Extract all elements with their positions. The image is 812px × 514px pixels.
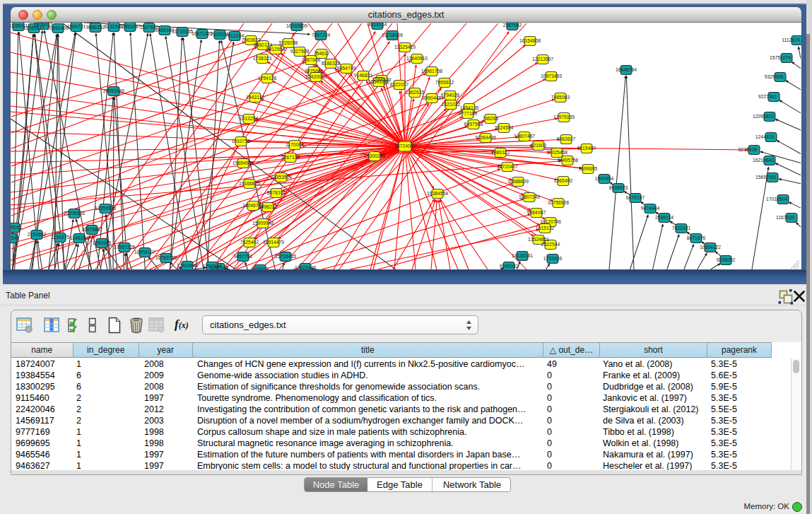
svg-text:19218906: 19218906 — [382, 33, 403, 37]
svg-text:1940954: 1940954 — [595, 176, 614, 181]
svg-text:754612: 754612 — [314, 51, 330, 56]
svg-text:5578312: 5578312 — [267, 190, 286, 195]
svg-text:8990448: 8990448 — [423, 95, 442, 100]
svg-text:9327508: 9327508 — [290, 49, 310, 54]
svg-text:16961758: 16961758 — [421, 69, 442, 74]
svg-text:19654985: 19654985 — [233, 160, 254, 165]
svg-text:17010504: 17010504 — [766, 197, 787, 201]
svg-text:9146821: 9146821 — [354, 73, 373, 78]
svg-text:3267130: 3267130 — [281, 155, 300, 160]
svg-text:8186328: 8186328 — [322, 61, 341, 66]
svg-text:20053346: 20053346 — [103, 88, 124, 93]
svg-text:8938923: 8938923 — [609, 185, 628, 190]
svg-text:1754126: 1754126 — [258, 76, 277, 81]
svg-text:17957225: 17957225 — [114, 245, 135, 250]
svg-text:2935114: 2935114 — [655, 215, 673, 220]
svg-text:10807487: 10807487 — [514, 134, 535, 139]
svg-text:1498222: 1498222 — [259, 204, 278, 209]
svg-text:6479197: 6479197 — [626, 195, 645, 200]
svg-text:10756928: 10756928 — [548, 200, 569, 205]
svg-text:14136141: 14136141 — [512, 253, 533, 258]
svg-text:5226058: 5226058 — [279, 40, 298, 45]
svg-text:7625402: 7625402 — [240, 240, 259, 245]
svg-text:19384554: 19384554 — [427, 191, 448, 196]
svg-text:10853287: 10853287 — [119, 24, 141, 29]
svg-text:10025458: 10025458 — [546, 150, 567, 155]
svg-text:1244419: 1244419 — [755, 134, 775, 139]
svg-text:8471676: 8471676 — [687, 235, 706, 240]
svg-text:8322037: 8322037 — [390, 82, 409, 87]
svg-text:746266: 746266 — [483, 116, 499, 121]
svg-text:1365492: 1365492 — [554, 178, 573, 183]
svg-text:7857224: 7857224 — [312, 33, 331, 37]
svg-text:3875685: 3875685 — [305, 69, 324, 74]
svg-text:9245032: 9245032 — [500, 264, 519, 269]
svg-text:15909948: 15909948 — [252, 221, 273, 226]
svg-text:2522544: 2522544 — [541, 242, 560, 247]
svg-text:8454749: 8454749 — [337, 66, 356, 71]
svg-text:1943112: 1943112 — [246, 95, 264, 100]
svg-text:10688609: 10688609 — [507, 179, 529, 184]
svg-text:9457791: 9457791 — [234, 254, 253, 259]
svg-text:16120746: 16120746 — [540, 219, 561, 224]
svg-text:13640910: 13640910 — [406, 56, 428, 61]
svg-text:10975887: 10975887 — [81, 227, 102, 232]
svg-text:621600: 621600 — [531, 143, 547, 148]
svg-text:1362615: 1362615 — [406, 90, 425, 95]
svg-text:12213967: 12213967 — [532, 57, 553, 62]
svg-text:14353504: 14353504 — [271, 175, 292, 180]
svg-text:1964721: 1964721 — [67, 24, 86, 29]
svg-text:14495758: 14495758 — [557, 158, 578, 163]
svg-text:1250515: 1250515 — [93, 240, 112, 245]
svg-text:1167539: 1167539 — [776, 215, 794, 220]
svg-text:6497568: 6497568 — [464, 122, 483, 127]
svg-text:1013254: 1013254 — [240, 116, 259, 121]
svg-text:15716435: 15716435 — [275, 254, 296, 259]
svg-text:1292344: 1292344 — [203, 264, 222, 269]
svg-text:9699695: 9699695 — [579, 166, 598, 171]
svg-text:1112674: 1112674 — [782, 37, 800, 42]
svg-text:1010755: 1010755 — [232, 139, 251, 144]
svg-text:9329906: 9329906 — [765, 74, 784, 79]
svg-text:1234275: 1234275 — [51, 235, 70, 240]
svg-text:16914479: 16914479 — [263, 240, 284, 245]
svg-text:2387682: 2387682 — [503, 23, 522, 28]
svg-text:9474444: 9474444 — [641, 206, 660, 211]
svg-text:13524851: 13524851 — [528, 237, 549, 242]
svg-text:16154808: 16154808 — [519, 38, 541, 43]
svg-text:391541: 391541 — [11, 235, 20, 240]
svg-text:20206526: 20206526 — [64, 211, 85, 216]
svg-text:12093822: 12093822 — [753, 114, 774, 119]
svg-text:9777169: 9777169 — [459, 111, 478, 116]
svg-text:16782759: 16782759 — [155, 255, 177, 260]
svg-text:10958107: 10958107 — [134, 250, 155, 255]
svg-text:7485063: 7485063 — [551, 95, 570, 100]
svg-text:8912954: 8912954 — [266, 47, 286, 52]
svg-text:18724007: 18724007 — [394, 144, 416, 148]
svg-text:6794028: 6794028 — [441, 93, 460, 98]
svg-text:3624554: 3624554 — [495, 125, 514, 130]
svg-text:22420046: 22420046 — [305, 74, 326, 79]
svg-text:9463627: 9463627 — [557, 136, 576, 141]
svg-text:16671355: 16671355 — [192, 31, 213, 36]
svg-text:10364436: 10364436 — [475, 135, 496, 140]
svg-text:9684067: 9684067 — [527, 210, 546, 215]
svg-text:10654122: 10654122 — [700, 245, 721, 250]
svg-text:1145194: 1145194 — [70, 235, 88, 240]
svg-text:7955812: 7955812 — [435, 80, 454, 85]
svg-text:2154682: 2154682 — [28, 232, 47, 237]
svg-text:1733426: 1733426 — [543, 256, 563, 261]
svg-text:2867608: 2867608 — [302, 57, 321, 62]
svg-text:1738323: 1738323 — [253, 56, 272, 61]
svg-text:13325419: 13325419 — [394, 45, 416, 49]
svg-text:16033809: 16033809 — [286, 23, 307, 28]
svg-text:16543382: 16543382 — [368, 79, 389, 84]
svg-text:19166825: 19166825 — [239, 181, 260, 186]
svg-text:10973493: 10973493 — [541, 74, 562, 78]
svg-text:1170064: 1170064 — [286, 142, 304, 147]
svg-text:10719155: 10719155 — [172, 29, 193, 34]
svg-text:16210643: 16210643 — [753, 158, 774, 163]
svg-text:874913: 874913 — [252, 267, 269, 270]
svg-text:12923448: 12923448 — [295, 265, 316, 270]
svg-text:7632021: 7632021 — [672, 226, 691, 230]
